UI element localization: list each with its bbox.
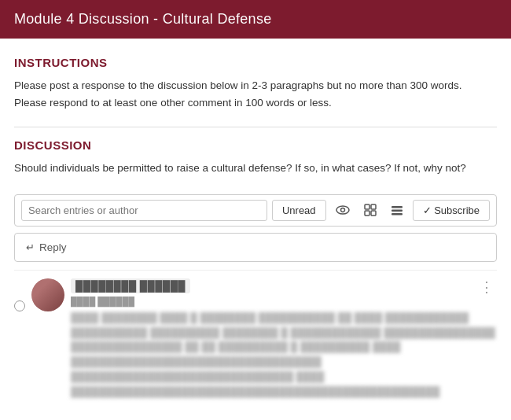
collapse-icon-button[interactable] — [386, 201, 408, 219]
svg-point-1 — [340, 208, 344, 212]
avatar-image — [31, 278, 64, 311]
svg-rect-2 — [365, 204, 369, 209]
eye-icon — [336, 204, 350, 216]
post-author-info: ████████ ██████ ████ ██████ — [71, 278, 190, 306]
expand-icon — [364, 204, 377, 216]
post-body: ████ ████████ ████ █ ████████ ██████████… — [71, 311, 497, 400]
content-area: INSTRUCTIONS Please post a response to t… — [0, 39, 511, 407]
discussion-toolbar: Unread ✓ Subscribe — [14, 194, 497, 227]
subscribe-button[interactable]: ✓ Subscribe — [413, 200, 490, 221]
post-author-name: ████████ ██████ — [71, 278, 190, 293]
unread-button[interactable]: Unread — [272, 200, 326, 221]
page-title: Module 4 Discussion - Cultural Defense — [14, 11, 272, 27]
post-header: ████████ ██████ ████ ██████ ⋮ — [71, 278, 497, 306]
reply-label: Reply — [39, 241, 67, 253]
svg-point-0 — [336, 206, 349, 214]
svg-rect-3 — [371, 204, 376, 209]
discussion-heading: DISCUSSION — [14, 138, 497, 152]
svg-rect-6 — [392, 206, 403, 208]
expand-icon-button[interactable] — [359, 201, 381, 219]
search-input[interactable] — [21, 200, 267, 221]
discussion-question: Should individuals be permitted to raise… — [14, 160, 497, 177]
avatar — [31, 278, 64, 311]
unread-dot — [14, 300, 25, 311]
eye-icon-button[interactable] — [331, 201, 355, 219]
table-row: ████████ ██████ ████ ██████ ⋮ ████ █████… — [14, 270, 497, 407]
svg-rect-7 — [392, 210, 403, 212]
svg-rect-8 — [392, 213, 403, 216]
reply-arrow-icon: ↵ — [26, 241, 35, 253]
svg-rect-4 — [365, 211, 369, 216]
post-content: ████████ ██████ ████ ██████ ⋮ ████ █████… — [71, 278, 497, 400]
instructions-heading: INSTRUCTIONS — [14, 56, 497, 69]
reply-bar[interactable]: ↵ Reply — [14, 233, 497, 262]
post-list: ████████ ██████ ████ ██████ ⋮ ████ █████… — [14, 270, 497, 407]
svg-rect-5 — [371, 211, 376, 216]
instructions-text: Please post a response to the discussion… — [14, 77, 497, 111]
page-header: Module 4 Discussion - Cultural Defense — [0, 0, 511, 39]
collapse-icon — [391, 204, 403, 216]
post-menu-button[interactable]: ⋮ — [476, 278, 497, 296]
discussion-section: DISCUSSION Should individuals be permitt… — [14, 138, 497, 177]
section-divider — [14, 127, 497, 127]
post-date: ████ ██████ — [71, 297, 190, 306]
